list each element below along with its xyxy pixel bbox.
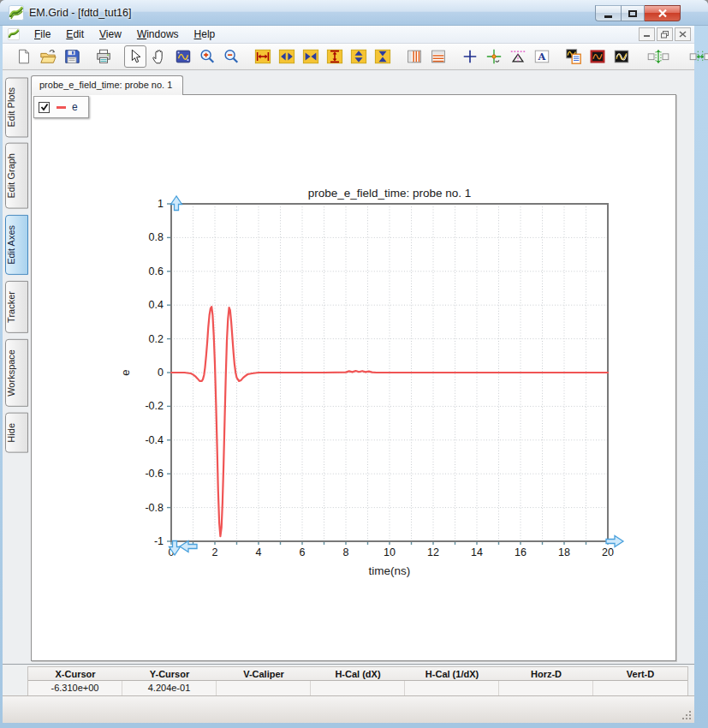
menu-file[interactable]: File <box>27 26 58 43</box>
horizontal-grid-button[interactable] <box>427 45 449 68</box>
menu-view[interactable]: View <box>92 26 129 43</box>
resize-grip[interactable] <box>681 709 693 721</box>
horizontal-separation-button[interactable] <box>684 45 708 68</box>
text-label-button[interactable]: A <box>531 45 553 68</box>
menu-edit[interactable]: Edit <box>58 26 92 43</box>
mdi-minimize-button[interactable] <box>639 27 655 41</box>
new-file-button[interactable] <box>13 45 35 68</box>
plot-panel: e 10.80.60.40.20-0.2-0.4-0.6-0.8-1024681… <box>31 94 676 661</box>
plot-legend: e <box>33 96 89 118</box>
document-tab[interactable]: probe_e_field_time: probe no. 1 <box>31 75 183 95</box>
cursor-col-header: Horz-D <box>499 667 593 681</box>
y-tick-label: -0.2 <box>145 400 164 412</box>
sidebar-tab-workspace[interactable]: Workspace <box>5 339 28 407</box>
horizontal-separation-icon <box>687 48 708 65</box>
vertical-grid-button[interactable] <box>403 45 425 68</box>
active-plot-button[interactable] <box>586 45 609 68</box>
sidebar-tab-edit-axes[interactable]: Edit Axes <box>5 215 28 275</box>
mdi-restore-button[interactable] <box>657 27 673 41</box>
plot-title: probe_e_field_time: probe no. 1 <box>308 187 472 200</box>
y-tick-label: -0.8 <box>145 502 164 514</box>
sidebar-tab-edit-graph[interactable]: Edit Graph <box>5 143 28 209</box>
pan-hand-button[interactable] <box>148 45 170 68</box>
v-caliper-button[interactable] <box>507 45 529 68</box>
x-zoom-in-button[interactable] <box>276 45 298 68</box>
print-icon <box>95 48 112 65</box>
sidebar-tab-hide[interactable]: Hide <box>5 413 28 453</box>
mdi-close-button[interactable] <box>675 27 691 41</box>
open-file-icon <box>39 48 57 65</box>
x-full-extent-button[interactable] <box>252 45 274 68</box>
vertical-grid-icon <box>406 48 423 65</box>
legend-line-sample <box>57 106 66 109</box>
cursor-value-cell <box>311 681 405 695</box>
menu-bar: FileEditViewWindowsHelp <box>3 26 694 44</box>
cursor-readout-area: X-CursorY-CursorV-CaliperH-Cal (dX)H-Cal… <box>3 665 694 695</box>
active-plot-icon <box>589 48 606 65</box>
legend-checkbox[interactable] <box>39 102 50 113</box>
sidebar-tab-tracker[interactable]: Tracker <box>5 281 28 333</box>
zoom-out-button[interactable] <box>220 45 242 68</box>
minimize-button[interactable] <box>595 5 621 21</box>
cross-cursor-icon <box>461 48 479 65</box>
plot-list-button[interactable] <box>562 45 585 68</box>
x-axis-label: time(ns) <box>369 564 411 577</box>
cursor-col-header: X-Cursor <box>28 667 122 681</box>
cursor-col-header: Y-Cursor <box>122 667 217 681</box>
sidebar-tab-strip: Edit PlotsEdit GraphEdit AxesTrackerWork… <box>3 70 31 664</box>
y-tick-label: -0.4 <box>145 434 164 446</box>
zoom-window-button[interactable] <box>172 45 194 68</box>
x-zoom-in-icon <box>278 48 295 65</box>
save-icon <box>63 48 80 65</box>
menu-windows[interactable]: Windows <box>129 26 187 43</box>
vertical-separation-icon <box>645 48 672 65</box>
overlay-plots-button[interactable] <box>610 45 633 68</box>
axis-handle-left[interactable] <box>180 541 197 552</box>
tracker-button[interactable] <box>483 45 505 68</box>
y-zoom-in-icon <box>350 48 367 65</box>
mdi-restore-icon <box>661 31 669 39</box>
status-bar <box>3 695 694 723</box>
text-label-icon: A <box>533 48 550 65</box>
print-button[interactable] <box>92 45 115 68</box>
pan-hand-icon <box>151 48 168 65</box>
y-zoom-out-button[interactable] <box>372 45 394 68</box>
cursor-value-cell <box>217 681 311 695</box>
vertical-separation-button[interactable] <box>642 45 675 68</box>
zoom-in-button[interactable] <box>196 45 218 68</box>
zoom-out-icon <box>223 48 240 65</box>
save-button[interactable] <box>61 45 83 68</box>
application-window: EM.Grid - [fdtd_tut16] FileEditViewWindo… <box>0 0 708 728</box>
y-zoom-in-button[interactable] <box>348 45 370 68</box>
open-file-button[interactable] <box>37 45 59 68</box>
y-tick-label: 0 <box>158 367 164 379</box>
zoom-in-icon <box>199 48 216 65</box>
x-zoom-out-button[interactable] <box>300 45 322 68</box>
x-full-extent-icon <box>254 48 271 65</box>
x-tick-label: 18 <box>558 546 570 558</box>
toolbar: A <box>3 44 694 70</box>
x-tick-label: 20 <box>602 546 614 558</box>
plot-list-icon <box>565 48 582 65</box>
close-button[interactable] <box>645 5 681 21</box>
y-tick-label: -1 <box>154 535 164 547</box>
title-bar[interactable]: EM.Grid - [fdtd_tut16] <box>0 0 708 26</box>
plot-canvas[interactable]: 10.80.60.40.20-0.2-0.4-0.6-0.8-102468101… <box>32 95 675 660</box>
legend-series-label: e <box>72 101 78 113</box>
cursor-value-cell <box>499 681 593 695</box>
cross-cursor-button[interactable] <box>459 45 481 68</box>
axis-handle-top[interactable] <box>171 196 182 211</box>
x-tick-label: 8 <box>343 546 349 558</box>
minimize-icon <box>604 15 612 18</box>
cursor-value-cell <box>593 681 687 695</box>
sidebar-tab-edit-plots[interactable]: Edit Plots <box>5 77 28 137</box>
overlay-plots-icon <box>613 48 630 65</box>
horizontal-grid-icon <box>430 48 447 65</box>
new-file-icon <box>15 48 33 65</box>
app-logo-icon <box>9 5 24 21</box>
y-full-extent-button[interactable] <box>324 45 346 68</box>
menu-help[interactable]: Help <box>187 26 223 43</box>
y-tick-label: 0.2 <box>149 333 164 345</box>
select-arrow-button[interactable] <box>124 45 146 68</box>
maximize-button[interactable] <box>621 5 645 21</box>
